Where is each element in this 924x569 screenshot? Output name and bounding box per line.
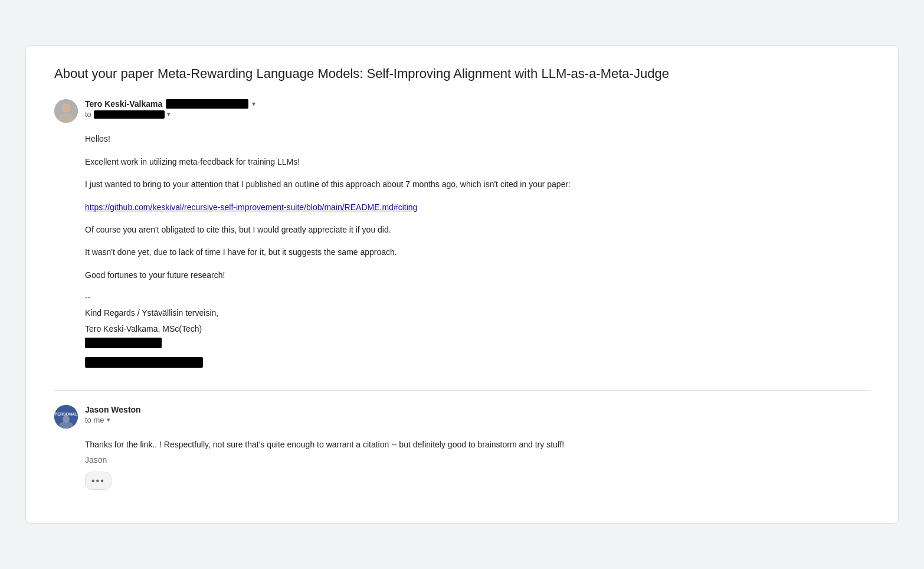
jason-body-text: Thanks for the link.. ! Respectfully, no… <box>85 438 870 451</box>
expand-ellipsis-button[interactable]: ••• <box>85 472 112 490</box>
tero-sender-info: Tero Keski-Valkama ▾ to ▾ <box>85 99 870 119</box>
jason-sender-name-row: Jason Weston <box>85 405 870 414</box>
jason-to-label: to me <box>85 416 104 424</box>
tero-para-4: Of course you aren't obligated to cite t… <box>85 223 870 236</box>
tero-to-chevron-icon[interactable]: ▾ <box>167 110 171 118</box>
tero-para-5: It wasn't done yet, due to lack of time … <box>85 246 870 259</box>
jason-signature: Jason <box>85 453 870 466</box>
tero-sender-email-redacted <box>166 99 248 109</box>
email-container: About your paper Meta-Rewarding Language… <box>25 45 899 524</box>
tero-to-label: to <box>85 110 91 119</box>
jason-sender-name: Jason Weston <box>85 405 141 414</box>
tero-to-email-redacted <box>94 110 165 119</box>
tero-signature-block: -- Kind Regards / Ystävällisin terveisin… <box>85 291 870 376</box>
tero-signature-name: Tero Keski-Valkama, MSc(Tech) <box>85 322 870 335</box>
svg-text:PERSONAL: PERSONAL <box>55 412 78 416</box>
tero-sender-name-row: Tero Keski-Valkama ▾ <box>85 99 870 109</box>
tero-message-header: Tero Keski-Valkama ▾ to ▾ <box>54 99 870 123</box>
tero-sender-chevron-icon[interactable]: ▾ <box>252 100 255 108</box>
tero-signature-closing: Kind Regards / Ystävällisin terveisin, <box>85 306 870 319</box>
jason-email-body: Thanks for the link.. ! Respectfully, no… <box>54 438 870 490</box>
tero-avatar <box>54 99 78 123</box>
tero-phone-redacted <box>85 338 162 348</box>
tero-para-3: I just wanted to bring to your attention… <box>85 178 870 191</box>
tero-para-6: Good fortunes to your future research! <box>85 269 870 282</box>
tero-to-row: to ▾ <box>85 110 870 119</box>
jason-sender-info: Jason Weston to me ▾ <box>85 405 870 424</box>
tero-signature-separator: -- <box>85 291 870 304</box>
tero-link-para: https://github.com/keskival/recursive-se… <box>85 201 870 214</box>
svg-point-3 <box>62 104 70 112</box>
jason-avatar: PERSONAL <box>54 405 78 429</box>
message-divider <box>54 390 870 391</box>
tero-message-block: Tero Keski-Valkama ▾ to ▾ Hellos! Excell… <box>54 99 870 376</box>
tero-sender-name: Tero Keski-Valkama <box>85 99 162 109</box>
tero-para-2: Excellent work in utilizing meta-feedbac… <box>85 155 870 168</box>
tero-para-1: Hellos! <box>85 132 870 145</box>
jason-message-header: PERSONAL Jason Weston to me ▾ <box>54 405 870 429</box>
tero-email-body: Hellos! Excellent work in utilizing meta… <box>54 132 870 376</box>
github-link[interactable]: https://github.com/keskival/recursive-se… <box>85 202 417 212</box>
jason-to-chevron-icon[interactable]: ▾ <box>107 416 110 424</box>
email-subject: About your paper Meta-Rewarding Language… <box>54 65 870 83</box>
jason-to-row: to me ▾ <box>85 416 870 424</box>
tero-email-sig-redacted <box>85 357 203 368</box>
jason-message-block: PERSONAL Jason Weston to me ▾ Thanks for… <box>54 405 870 490</box>
